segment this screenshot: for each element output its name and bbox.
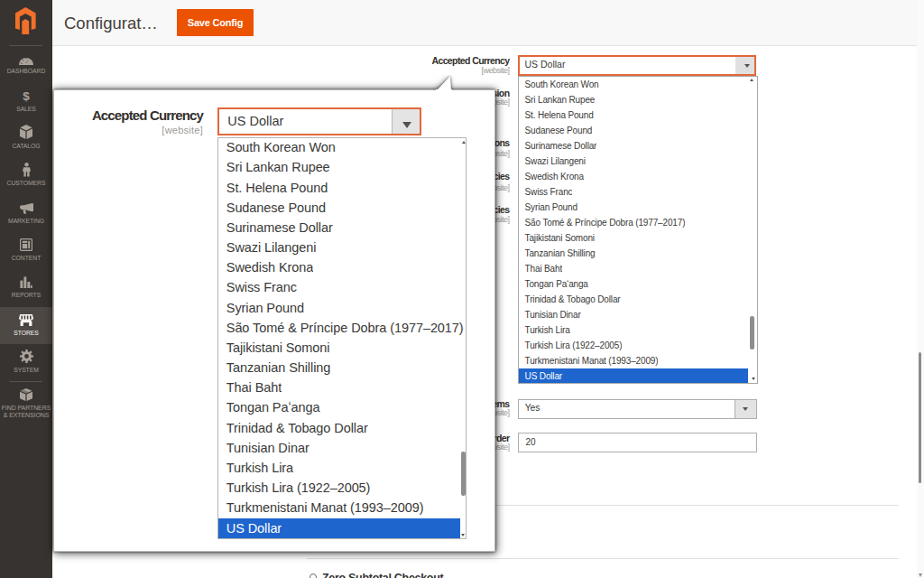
svg-text:$: $: [23, 89, 30, 102]
